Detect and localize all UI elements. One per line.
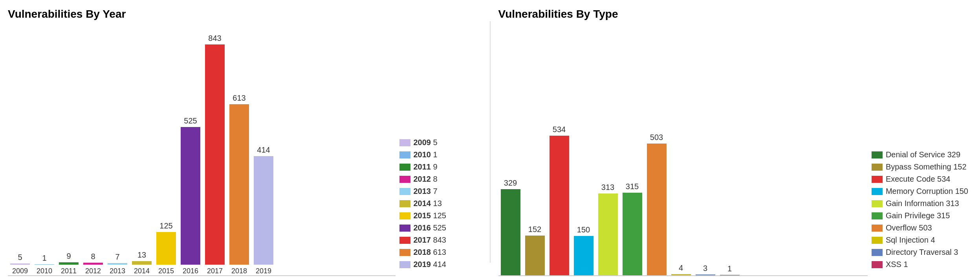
legend-item-year-2014: 2014 13 [399,199,478,208]
bar-group-type-gaininfo: 313 [598,183,618,275]
legend-item-year-2011: 2011 9 [399,162,478,171]
legend-color-year-2016 [399,225,410,232]
bar-rect-type-gainpriv [623,193,642,275]
legend-color-year-2009 [399,139,410,146]
legend-text-year-2012: 2012 8 [414,175,438,184]
bar-value-year-2014: 13 [137,251,146,260]
legend-text-type-gain-information: Gain Information 313 [886,199,959,208]
legend-item-year-2018: 2018 613 [399,248,478,257]
bar-rect-year-2018 [229,104,249,265]
bar-group-type-memcorr: 150 [574,225,593,275]
legend-text-year-2019: 2019 414 [414,260,446,269]
legend-item-type-bypass-something: Bypass Something 152 [872,162,968,171]
legend-text-year-2017: 2017 843 [414,236,446,245]
legend-color-year-2017 [399,237,410,244]
legend-color-type-sql-injection [872,237,883,244]
legend-color-year-2011 [399,164,410,171]
bar-rect-type-dirtraversal [696,274,715,275]
legend-color-type-bypass-something [872,164,883,171]
bar-value-year-2016: 525 [184,116,197,125]
bar-label-year-2014: 2014 [134,267,150,275]
legend-text-year-2018: 2018 613 [414,248,446,257]
bar-rect-year-2011 [59,262,79,265]
bar-group-year-2018: 6132018 [229,94,249,275]
legend-color-year-2010 [399,151,410,158]
bar-rect-type-exec [550,136,569,275]
bar-rect-year-2015 [156,232,176,265]
legend-text-year-2009: 2009 5 [414,138,438,147]
chart-type-section: Vulnerabilities By Type 3291525341503133… [495,8,976,276]
legend-item-type-directory-traversal: Directory Traversal 3 [872,248,968,257]
bar-value-type-xss: 1 [727,264,732,273]
bar-rect-type-memcorr [574,236,593,275]
bar-label-year-2017: 2017 [207,267,223,275]
bar-group-type-xss: 1 [720,264,740,275]
legend-item-type-overflow: Overflow 503 [872,223,968,232]
bar-value-type-gainpriv: 315 [626,182,639,191]
bar-rect-type-xss [720,275,740,275]
bar-label-year-2011: 2011 [61,267,77,275]
legend-item-year-2016: 2016 525 [399,223,478,232]
bar-group-type-bypass: 152 [525,225,545,275]
bar-value-type-gaininfo: 313 [601,183,614,192]
legend-item-type-memory-corruption: Memory Corruption 150 [872,187,968,196]
legend-text-type-xss: XSS 1 [886,260,908,269]
legend-item-type-xss: XSS 1 [872,260,968,269]
legend-text-year-2015: 2015 125 [414,211,446,220]
legend-color-year-2014 [399,200,410,207]
legend-color-type-execute-code [872,176,883,183]
chart-type-legend: Denial of Service 329Bypass Something 15… [868,138,972,276]
bar-group-year-2010: 12010 [35,254,54,275]
bar-rect-year-2013 [108,263,127,265]
legend-item-year-2009: 2009 5 [399,138,478,147]
legend-item-type-execute-code: Execute Code 534 [872,175,968,184]
bar-rect-type-dos [501,189,520,275]
bar-value-type-sqlinj: 4 [679,263,683,273]
bar-label-year-2010: 2010 [37,267,52,275]
legend-item-year-2015: 2015 125 [399,211,478,220]
bar-group-year-2015: 1252015 [156,221,176,275]
chart-year-body: 5200912010920118201272013132014125201552… [8,24,482,276]
bar-rect-type-bypass [525,236,545,275]
bar-rect-year-2014 [132,261,152,265]
legend-item-year-2017: 2017 843 [399,236,478,245]
legend-color-year-2019 [399,261,410,268]
bar-group-type-exec: 534 [550,125,569,275]
bar-rect-year-2010 [35,264,54,265]
bar-value-year-2015: 125 [159,221,172,230]
legend-text-type-directory-traversal: Directory Traversal 3 [886,248,958,257]
legend-text-type-sql-injection: Sql Injection 4 [886,236,935,245]
chart-type-title: Vulnerabilities By Type [498,8,973,20]
legend-item-year-2012: 2012 8 [399,175,478,184]
bar-rect-type-gaininfo [598,193,618,275]
legend-item-type-sql-injection: Sql Injection 4 [872,236,968,245]
chart-type-bars: 329152534150313315503431 [498,56,868,276]
bar-value-type-overflow: 503 [650,133,663,142]
legend-text-type-bypass-something: Bypass Something 152 [886,162,967,171]
legend-text-year-2011: 2011 9 [414,162,438,171]
legend-item-type-denial-of-service: Denial of Service 329 [872,150,968,159]
legend-color-type-gain-information [872,200,883,207]
bar-rect-type-sqlinj [671,274,691,275]
chart-year-title: Vulnerabilities By Year [8,8,482,20]
legend-item-type-gain-information: Gain Information 313 [872,199,968,208]
bar-group-type-overflow: 503 [647,133,667,275]
bar-value-type-dos: 329 [504,179,517,188]
bar-value-year-2009: 5 [18,253,22,262]
legend-text-type-memory-corruption: Memory Corruption 150 [886,187,968,196]
legend-color-year-2015 [399,212,410,219]
bar-group-year-2011: 92011 [59,252,79,275]
bar-label-year-2018: 2018 [231,267,247,275]
chart-year-bars: 5200912010920118201272013132014125201552… [8,56,396,276]
bar-rect-year-2017 [205,44,225,265]
bar-group-type-dos: 329 [501,179,520,275]
bar-group-year-2013: 72013 [108,252,127,275]
legend-text-year-2010: 2010 1 [414,150,438,159]
legend-text-year-2016: 2016 525 [414,223,446,232]
bar-group-type-dirtraversal: 3 [696,264,715,275]
bar-rect-year-2012 [83,263,103,265]
bar-group-type-gainpriv: 315 [623,182,642,275]
bar-label-year-2016: 2016 [183,267,198,275]
charts-container: Vulnerabilities By Year 5200912010920118… [4,8,976,276]
bar-label-year-2012: 2012 [85,267,101,275]
